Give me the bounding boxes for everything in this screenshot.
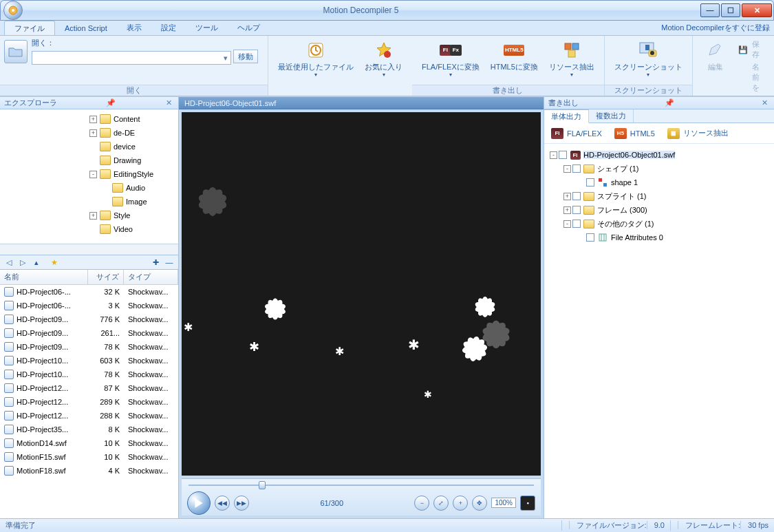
rewind-button[interactable]: ◀◀ <box>215 496 230 511</box>
screenshot-button[interactable]: スクリーンショット ▾ <box>609 38 688 80</box>
add-icon[interactable]: ✚ <box>151 257 160 267</box>
pan-button[interactable]: ✥ <box>472 496 487 511</box>
table-row[interactable]: MotionF18.swf4 KShockwav... <box>0 464 178 478</box>
export-tree-node[interactable]: File Attributes 0 <box>547 231 771 244</box>
tab-single-output[interactable]: 単体出力 <box>544 109 589 123</box>
checkbox[interactable] <box>572 192 581 200</box>
table-row[interactable]: HD-Project10...78 KShockwav... <box>0 368 178 381</box>
explorer-hscroll[interactable] <box>0 244 178 255</box>
zoom-out-button[interactable]: − <box>414 496 429 511</box>
tree-node[interactable]: Image <box>0 195 178 209</box>
menu-actionscript[interactable]: Action Script <box>55 21 117 35</box>
fastfwd-button[interactable]: ▶▶ <box>234 496 249 511</box>
export-tree-node[interactable]: shape 1 <box>547 175 771 189</box>
export-resource-button[interactable]: リソース抽出 ▾ <box>544 38 600 80</box>
export-tree-node[interactable]: +フレーム (300) <box>547 203 771 217</box>
move-button[interactable]: 移動 <box>233 50 258 63</box>
col-type[interactable]: タイプ <box>124 270 178 284</box>
tree-node[interactable]: +de-DE <box>0 126 178 140</box>
table-row[interactable]: HD-Project12...289 KShockwav... <box>0 395 178 409</box>
table-row[interactable]: MotionF15.swf10 KShockwav... <box>0 450 178 464</box>
preview-canvas[interactable]: ✱ ✱ ✱ ✱ ✱ <box>182 112 541 476</box>
table-row[interactable]: HD-Project09...78 KShockwav... <box>0 340 178 354</box>
expand-icon[interactable]: + <box>89 116 97 123</box>
menu-help[interactable]: ヘルプ <box>228 21 270 35</box>
menu-view[interactable]: 表示 <box>117 21 151 35</box>
tree-node[interactable]: Drawing <box>0 153 178 167</box>
zoom-in-button[interactable]: + <box>453 496 468 511</box>
tree-node[interactable]: Video <box>0 222 178 236</box>
timeline-slider[interactable] <box>182 479 541 490</box>
table-row[interactable]: MotionD14.swf10 KShockwav... <box>0 436 178 450</box>
explorer-pin-icon[interactable]: 📌 <box>104 98 118 107</box>
export-tree-node[interactable]: -シェイプ (1) <box>547 162 771 175</box>
minimize-button[interactable]: — <box>700 3 720 17</box>
edit-button[interactable]: 編集 <box>697 38 734 73</box>
collapse-icon[interactable]: - <box>563 220 571 228</box>
tree-node[interactable]: device <box>0 140 178 153</box>
fav-star-icon[interactable]: ★ <box>50 257 59 267</box>
expand-icon[interactable]: + <box>563 193 571 200</box>
export-tree-node[interactable]: +スプライト (1) <box>547 189 771 203</box>
register-link[interactable]: Motion Decompilerをすぐに登録 <box>661 21 770 35</box>
menu-settings[interactable]: 設定 <box>151 21 186 35</box>
file-table[interactable]: 名前 サイズ タイプ HD-Project06-...32 KShockwav.… <box>0 270 178 518</box>
nav-fwd-icon[interactable]: ▷ <box>18 257 28 267</box>
checkbox[interactable] <box>572 164 581 173</box>
table-row[interactable]: HD-Project12...87 KShockwav... <box>0 381 178 395</box>
table-row[interactable]: HD-Project06-...32 KShockwav... <box>0 285 178 299</box>
play-button[interactable] <box>187 491 211 515</box>
nav-back-icon[interactable]: ◁ <box>4 257 14 267</box>
table-row[interactable]: HD-Project06-...3 KShockwav... <box>0 299 178 312</box>
nav-up-icon[interactable]: ▴ <box>32 257 41 267</box>
table-row[interactable]: HD-Project35...8 KShockwav... <box>0 423 178 436</box>
open-folder-icon[interactable] <box>4 40 28 63</box>
export-html5-button[interactable]: HTML5 HTML5に変換 <box>485 38 544 73</box>
tree-node[interactable]: +Content <box>0 112 178 126</box>
checkbox[interactable] <box>586 233 594 242</box>
export-tree-node[interactable]: -その他のタグ (1) <box>547 217 771 231</box>
tree-node[interactable]: Audio <box>0 181 178 195</box>
explorer-close-icon[interactable]: ✕ <box>164 98 174 107</box>
table-row[interactable]: HD-Project09...776 KShockwav... <box>0 312 178 326</box>
export-tb-html5[interactable]: H5HTML5 <box>614 128 655 139</box>
tree-node[interactable]: -EditingStyle <box>0 167 178 181</box>
expand-icon[interactable]: + <box>89 212 97 220</box>
close-button[interactable]: ✕ <box>742 3 772 17</box>
table-row[interactable]: HD-Project10...603 KShockwav... <box>0 354 178 368</box>
expand-icon[interactable]: + <box>89 129 97 137</box>
collapse-icon[interactable]: - <box>563 165 571 173</box>
export-fla-button[interactable]: FlFx FLA/FLEXに変換 ▾ <box>416 38 485 80</box>
menu-file[interactable]: ファイル <box>4 21 55 35</box>
checkbox[interactable] <box>572 220 581 228</box>
favorites-button[interactable]: お気に入り ▾ <box>359 38 408 80</box>
table-row[interactable]: HD-Project12...288 KShockwav... <box>0 409 178 423</box>
collapse-icon[interactable]: - <box>550 151 557 159</box>
table-row[interactable]: HD-Project09...261...Shockwav... <box>0 326 178 340</box>
tab-multi-output[interactable]: 複数出力 <box>589 109 634 123</box>
export-tree-node[interactable]: -FlHD-Project06-Object01.swf <box>547 148 771 162</box>
menu-tools[interactable]: ツール <box>186 21 228 35</box>
tree-node[interactable]: +Style <box>0 209 178 222</box>
col-size[interactable]: サイズ <box>88 270 124 284</box>
bg-toggle-button[interactable]: ▪ <box>520 496 535 511</box>
export-pin-icon[interactable]: 📌 <box>663 98 676 107</box>
expand-icon[interactable]: + <box>563 206 571 214</box>
checkbox[interactable] <box>586 178 594 187</box>
checkbox[interactable] <box>572 206 581 214</box>
app-orb[interactable] <box>3 1 23 20</box>
zoom-fit-button[interactable]: ⤢ <box>433 496 449 511</box>
save-button[interactable]: 💾保存 <box>738 39 766 60</box>
open-path-combo[interactable]: ▾ <box>32 51 231 65</box>
export-tree[interactable]: -FlHD-Project06-Object01.swf-シェイプ (1)sha… <box>544 144 774 518</box>
remove-icon[interactable]: — <box>164 257 174 267</box>
checkbox[interactable] <box>559 151 567 159</box>
col-name[interactable]: 名前 <box>0 270 88 284</box>
collapse-icon[interactable]: - <box>89 171 97 178</box>
zoom-value[interactable]: 100% <box>491 498 516 508</box>
recent-files-button[interactable]: 最近使用したファイル ▾ <box>272 38 359 80</box>
maximize-button[interactable]: ☐ <box>721 3 740 17</box>
export-tb-resource[interactable]: ▦リソース抽出 <box>667 128 729 139</box>
explorer-tree[interactable]: +Content+de-DEdeviceDrawing-EditingStyle… <box>0 109 178 244</box>
export-tb-fla[interactable]: FlFLA/FLEX <box>551 128 602 139</box>
